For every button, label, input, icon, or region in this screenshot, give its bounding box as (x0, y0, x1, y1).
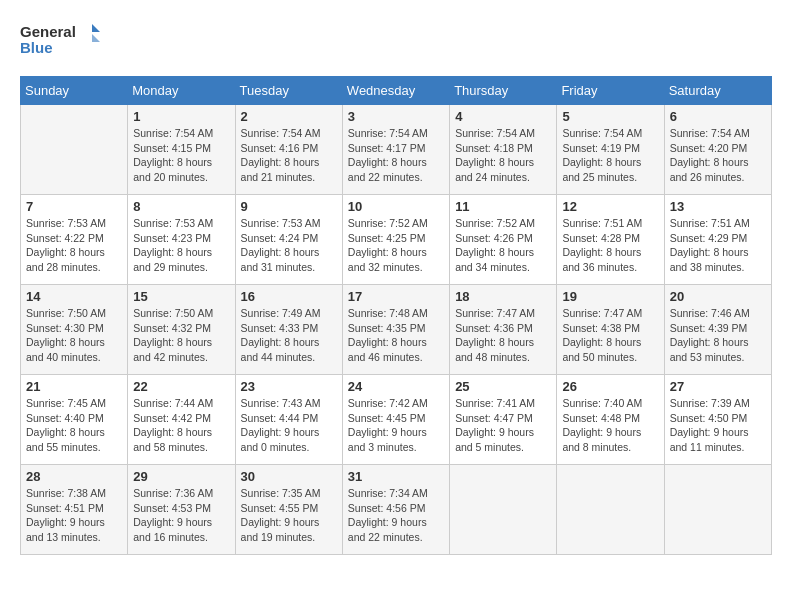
sunset-label: Sunset: 4:26 PM (455, 232, 533, 244)
day-info: Sunrise: 7:49 AM Sunset: 4:33 PM Dayligh… (241, 306, 337, 365)
daylight-label: Daylight: 9 hours and 11 minutes. (670, 426, 749, 453)
calendar-cell: 15 Sunrise: 7:50 AM Sunset: 4:32 PM Dayl… (128, 285, 235, 375)
daylight-label: Daylight: 9 hours and 22 minutes. (348, 516, 427, 543)
sunrise-label: Sunrise: 7:50 AM (26, 307, 106, 319)
day-info: Sunrise: 7:51 AM Sunset: 4:29 PM Dayligh… (670, 216, 766, 275)
day-number: 2 (241, 109, 337, 124)
sunset-label: Sunset: 4:19 PM (562, 142, 640, 154)
weekday-header: Tuesday (235, 77, 342, 105)
daylight-label: Daylight: 9 hours and 0 minutes. (241, 426, 320, 453)
daylight-label: Daylight: 8 hours and 22 minutes. (348, 156, 427, 183)
day-info: Sunrise: 7:34 AM Sunset: 4:56 PM Dayligh… (348, 486, 444, 545)
sunrise-label: Sunrise: 7:54 AM (133, 127, 213, 139)
sunset-label: Sunset: 4:18 PM (455, 142, 533, 154)
day-info: Sunrise: 7:53 AM Sunset: 4:24 PM Dayligh… (241, 216, 337, 275)
day-number: 9 (241, 199, 337, 214)
day-number: 20 (670, 289, 766, 304)
day-number: 7 (26, 199, 122, 214)
sunset-label: Sunset: 4:30 PM (26, 322, 104, 334)
day-info: Sunrise: 7:53 AM Sunset: 4:22 PM Dayligh… (26, 216, 122, 275)
day-info: Sunrise: 7:47 AM Sunset: 4:36 PM Dayligh… (455, 306, 551, 365)
sunrise-label: Sunrise: 7:49 AM (241, 307, 321, 319)
day-number: 26 (562, 379, 658, 394)
day-info: Sunrise: 7:51 AM Sunset: 4:28 PM Dayligh… (562, 216, 658, 275)
day-number: 22 (133, 379, 229, 394)
calendar-week-row: 14 Sunrise: 7:50 AM Sunset: 4:30 PM Dayl… (21, 285, 772, 375)
calendar-cell (450, 465, 557, 555)
calendar-week-row: 28 Sunrise: 7:38 AM Sunset: 4:51 PM Dayl… (21, 465, 772, 555)
day-number: 19 (562, 289, 658, 304)
daylight-label: Daylight: 8 hours and 26 minutes. (670, 156, 749, 183)
day-number: 27 (670, 379, 766, 394)
sunset-label: Sunset: 4:24 PM (241, 232, 319, 244)
day-number: 14 (26, 289, 122, 304)
calendar-cell (557, 465, 664, 555)
sunrise-label: Sunrise: 7:46 AM (670, 307, 750, 319)
sunrise-label: Sunrise: 7:42 AM (348, 397, 428, 409)
day-info: Sunrise: 7:44 AM Sunset: 4:42 PM Dayligh… (133, 396, 229, 455)
daylight-label: Daylight: 9 hours and 8 minutes. (562, 426, 641, 453)
sunrise-label: Sunrise: 7:44 AM (133, 397, 213, 409)
sunrise-label: Sunrise: 7:51 AM (670, 217, 750, 229)
daylight-label: Daylight: 9 hours and 16 minutes. (133, 516, 212, 543)
svg-text:Blue: Blue (20, 39, 53, 56)
sunrise-label: Sunrise: 7:43 AM (241, 397, 321, 409)
day-info: Sunrise: 7:54 AM Sunset: 4:16 PM Dayligh… (241, 126, 337, 185)
calendar-week-row: 21 Sunrise: 7:45 AM Sunset: 4:40 PM Dayl… (21, 375, 772, 465)
sunrise-label: Sunrise: 7:54 AM (670, 127, 750, 139)
calendar-cell: 14 Sunrise: 7:50 AM Sunset: 4:30 PM Dayl… (21, 285, 128, 375)
day-info: Sunrise: 7:40 AM Sunset: 4:48 PM Dayligh… (562, 396, 658, 455)
sunrise-label: Sunrise: 7:45 AM (26, 397, 106, 409)
sunrise-label: Sunrise: 7:53 AM (26, 217, 106, 229)
calendar-cell: 9 Sunrise: 7:53 AM Sunset: 4:24 PM Dayli… (235, 195, 342, 285)
sunset-label: Sunset: 4:17 PM (348, 142, 426, 154)
day-number: 13 (670, 199, 766, 214)
sunrise-label: Sunrise: 7:47 AM (562, 307, 642, 319)
calendar-cell: 25 Sunrise: 7:41 AM Sunset: 4:47 PM Dayl… (450, 375, 557, 465)
daylight-label: Daylight: 8 hours and 42 minutes. (133, 336, 212, 363)
sunrise-label: Sunrise: 7:52 AM (455, 217, 535, 229)
sunrise-label: Sunrise: 7:51 AM (562, 217, 642, 229)
calendar-cell: 18 Sunrise: 7:47 AM Sunset: 4:36 PM Dayl… (450, 285, 557, 375)
sunset-label: Sunset: 4:33 PM (241, 322, 319, 334)
calendar-week-row: 7 Sunrise: 7:53 AM Sunset: 4:22 PM Dayli… (21, 195, 772, 285)
sunset-label: Sunset: 4:45 PM (348, 412, 426, 424)
sunrise-label: Sunrise: 7:54 AM (562, 127, 642, 139)
calendar-cell: 23 Sunrise: 7:43 AM Sunset: 4:44 PM Dayl… (235, 375, 342, 465)
calendar-cell: 26 Sunrise: 7:40 AM Sunset: 4:48 PM Dayl… (557, 375, 664, 465)
calendar-cell: 27 Sunrise: 7:39 AM Sunset: 4:50 PM Dayl… (664, 375, 771, 465)
day-number: 4 (455, 109, 551, 124)
weekday-header: Sunday (21, 77, 128, 105)
day-number: 30 (241, 469, 337, 484)
calendar-cell: 19 Sunrise: 7:47 AM Sunset: 4:38 PM Dayl… (557, 285, 664, 375)
day-info: Sunrise: 7:45 AM Sunset: 4:40 PM Dayligh… (26, 396, 122, 455)
svg-marker-2 (92, 24, 100, 32)
daylight-label: Daylight: 8 hours and 24 minutes. (455, 156, 534, 183)
weekday-header: Wednesday (342, 77, 449, 105)
calendar-cell: 20 Sunrise: 7:46 AM Sunset: 4:39 PM Dayl… (664, 285, 771, 375)
day-info: Sunrise: 7:41 AM Sunset: 4:47 PM Dayligh… (455, 396, 551, 455)
calendar-table: SundayMondayTuesdayWednesdayThursdayFrid… (20, 76, 772, 555)
day-number: 10 (348, 199, 444, 214)
calendar-cell: 3 Sunrise: 7:54 AM Sunset: 4:17 PM Dayli… (342, 105, 449, 195)
day-info: Sunrise: 7:54 AM Sunset: 4:19 PM Dayligh… (562, 126, 658, 185)
daylight-label: Daylight: 8 hours and 31 minutes. (241, 246, 320, 273)
day-info: Sunrise: 7:35 AM Sunset: 4:55 PM Dayligh… (241, 486, 337, 545)
weekday-header: Saturday (664, 77, 771, 105)
day-number: 12 (562, 199, 658, 214)
sunrise-label: Sunrise: 7:47 AM (455, 307, 535, 319)
daylight-label: Daylight: 8 hours and 20 minutes. (133, 156, 212, 183)
calendar-header-row: SundayMondayTuesdayWednesdayThursdayFrid… (21, 77, 772, 105)
calendar-cell: 8 Sunrise: 7:53 AM Sunset: 4:23 PM Dayli… (128, 195, 235, 285)
calendar-cell: 29 Sunrise: 7:36 AM Sunset: 4:53 PM Dayl… (128, 465, 235, 555)
calendar-cell: 4 Sunrise: 7:54 AM Sunset: 4:18 PM Dayli… (450, 105, 557, 195)
daylight-label: Daylight: 8 hours and 38 minutes. (670, 246, 749, 273)
daylight-label: Daylight: 8 hours and 21 minutes. (241, 156, 320, 183)
sunset-label: Sunset: 4:28 PM (562, 232, 640, 244)
calendar-cell: 16 Sunrise: 7:49 AM Sunset: 4:33 PM Dayl… (235, 285, 342, 375)
day-info: Sunrise: 7:54 AM Sunset: 4:15 PM Dayligh… (133, 126, 229, 185)
calendar-cell (664, 465, 771, 555)
calendar-cell: 31 Sunrise: 7:34 AM Sunset: 4:56 PM Dayl… (342, 465, 449, 555)
daylight-label: Daylight: 8 hours and 44 minutes. (241, 336, 320, 363)
sunrise-label: Sunrise: 7:54 AM (348, 127, 428, 139)
